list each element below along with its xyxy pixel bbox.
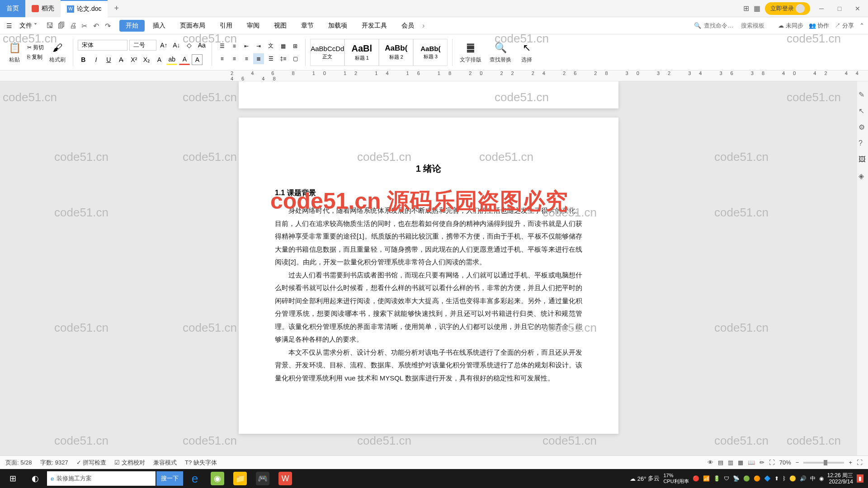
strike-button[interactable]: A̶ <box>116 54 127 65</box>
zoom-value[interactable]: 70% <box>779 459 791 466</box>
case-icon[interactable]: Aa <box>196 40 207 51</box>
taskbar-search-button[interactable]: 搜一下 <box>156 471 183 486</box>
spell-check-toggle[interactable]: ✓ 拼写检查 <box>76 459 107 467</box>
bold-button[interactable]: B <box>78 54 89 65</box>
italic-button[interactable]: I <box>90 54 101 65</box>
style-heading2[interactable]: AaBb(标题 2 <box>379 39 413 66</box>
tray-icon[interactable]: 🔋 <box>713 475 720 482</box>
tray-bluetooth-icon[interactable]: ᛒ <box>783 475 786 482</box>
tray-icon[interactable]: 🔴 <box>693 475 699 482</box>
outdent-button[interactable]: ⇤ <box>241 41 252 52</box>
fit-icon[interactable]: ⛶ <box>769 459 775 466</box>
grid-icon[interactable]: ▦ <box>754 4 760 13</box>
missing-font[interactable]: T? 缺失字体 <box>185 459 217 467</box>
find-replace-button[interactable]: 🔍 查找替换 <box>487 41 514 64</box>
app-game[interactable]: 🎮 <box>252 469 274 488</box>
eye-icon[interactable]: 👁 <box>708 459 713 466</box>
menu-devtools[interactable]: 开发工具 <box>355 20 393 32</box>
cpu-usage[interactable]: 17%CPU利用率 <box>663 473 689 485</box>
sync-status[interactable]: ☁ 未同步 <box>778 22 803 30</box>
tray-icon[interactable]: 🔷 <box>764 475 771 482</box>
print-preview-icon[interactable]: 🗐 <box>58 22 66 30</box>
align-justify-button[interactable]: ≣ <box>253 53 264 64</box>
tray-icon[interactable]: 🛡 <box>724 475 729 482</box>
redo-icon[interactable]: ↷ <box>105 22 113 30</box>
tray-ime-icon[interactable]: 中 <box>810 475 816 483</box>
layout-icon[interactable]: ⊞ <box>743 4 749 13</box>
char-shading-button[interactable]: ▦ <box>278 41 288 52</box>
increase-font-icon[interactable]: A↑ <box>158 40 169 51</box>
font-size-select[interactable]: 二号 <box>129 40 156 51</box>
share-button[interactable]: ↗ 分享 <box>835 22 854 30</box>
collapse-ribbon-icon[interactable]: ⌃ <box>859 22 864 29</box>
menu-file[interactable]: 文件 ˅ <box>17 22 40 30</box>
document-area[interactable]: 1 绪论 1.1 课题背景 身处网络时代，随着网络系统体系发展的不断成熟和完善，… <box>0 81 857 473</box>
tab-home[interactable]: 首页 <box>0 0 25 17</box>
distribute-button[interactable]: ☰ <box>265 53 276 64</box>
app-browser[interactable]: ◉ <box>207 469 228 488</box>
cut-button[interactable]: ✂ 剪切 <box>27 44 44 52</box>
tab-document[interactable]: W 论文.doc <box>61 0 108 17</box>
notification-icon[interactable]: ▮ <box>857 474 863 483</box>
view-outline-icon[interactable]: ▥ <box>728 459 733 466</box>
tray-icon[interactable]: 🟢 <box>743 475 750 482</box>
minimize-button[interactable]: ─ <box>815 2 828 15</box>
highlight-button[interactable]: ab <box>166 54 177 65</box>
tray-icon[interactable]: ⬆ <box>774 475 779 482</box>
app-wps[interactable]: W <box>274 469 296 488</box>
phonetic-button[interactable]: 文 <box>265 41 276 52</box>
maximize-button[interactable]: □ <box>833 2 846 15</box>
indent-button[interactable]: ⇥ <box>253 41 264 52</box>
decrease-font-icon[interactable]: A↓ <box>171 40 182 51</box>
style-normal[interactable]: AaBbCcDd正文 <box>310 39 344 66</box>
cortana-button[interactable]: ◐ <box>24 469 46 488</box>
align-right-button[interactable]: ≡ <box>241 53 252 64</box>
settings-slider-icon[interactable]: ⚙ <box>859 123 867 131</box>
close-button[interactable]: ✕ <box>851 2 864 15</box>
zoom-in-button[interactable]: + <box>849 459 852 466</box>
taskbar-search[interactable]: e 装修施工方案 <box>47 471 156 486</box>
copy-button[interactable]: ⎘ 复制 <box>27 53 44 61</box>
weather-widget[interactable]: ☁ 26° 多云 <box>630 474 660 483</box>
menu-insert[interactable]: 插入 <box>146 20 172 32</box>
tray-icon[interactable]: 🟡 <box>789 475 796 482</box>
zoom-out-button[interactable]: − <box>796 459 799 466</box>
image-tool-icon[interactable]: 🖼 <box>859 155 867 164</box>
font-color-button[interactable]: A <box>179 54 190 65</box>
menu-view[interactable]: 视图 <box>268 20 293 32</box>
format-painter[interactable]: 🖌 格式刷 <box>47 41 68 64</box>
menu-member[interactable]: 会员 <box>395 20 420 32</box>
help-icon[interactable]: ? <box>859 139 867 147</box>
line-spacing-button[interactable]: ‡≡ <box>278 53 288 64</box>
bullet-list-button[interactable]: ☰ <box>217 41 227 52</box>
menu-addon[interactable]: 加载项 <box>322 20 354 32</box>
print-icon[interactable]: 🖨 <box>70 22 78 30</box>
fullscreen-icon[interactable]: ⛶ <box>857 459 863 466</box>
styles-gallery[interactable]: AaBbCcDd正文 AaBl标题 1 AaBb(标题 2 AaBb(标题 3 <box>310 39 448 66</box>
pencil-icon[interactable]: ✎ <box>859 90 867 99</box>
select-button[interactable]: ↖ 选择 <box>517 41 537 64</box>
menu-hamburger[interactable]: ☰ <box>4 22 15 29</box>
subscript-button[interactable]: X₂ <box>141 54 152 65</box>
menu-start[interactable]: 开始 <box>119 20 145 32</box>
compat-mode[interactable]: 兼容模式 <box>153 459 177 467</box>
menu-review[interactable]: 审阅 <box>241 20 266 32</box>
annotate-icon[interactable]: ✏ <box>760 459 764 466</box>
command-search[interactable]: 🔍 <box>694 22 736 29</box>
pointer-icon[interactable]: ↖ <box>859 107 867 115</box>
read-mode-icon[interactable]: 📖 <box>748 459 755 466</box>
system-clock[interactable]: 12:26 周三 2022/9/14 <box>827 472 853 485</box>
menu-chapter[interactable]: 章节 <box>295 20 320 32</box>
login-button[interactable]: 立即登录 <box>765 2 810 15</box>
number-list-button[interactable]: ≡ <box>229 41 240 52</box>
undo-icon[interactable]: ↶ <box>93 22 101 30</box>
diamond-icon[interactable]: ◈ <box>859 172 867 180</box>
menu-page-layout[interactable]: 页面布局 <box>174 20 212 32</box>
tab-button[interactable]: ⊞ <box>290 41 301 52</box>
page-indicator[interactable]: 页面: 5/28 <box>5 459 32 467</box>
app-ie[interactable]: e <box>184 469 206 488</box>
underline-button[interactable]: U <box>103 54 114 65</box>
template-search[interactable] <box>741 22 773 29</box>
ruler[interactable]: 2 4 6 8 10 12 14 16 18 20 22 24 26 28 30… <box>0 70 868 81</box>
zoom-slider[interactable] <box>803 462 844 464</box>
